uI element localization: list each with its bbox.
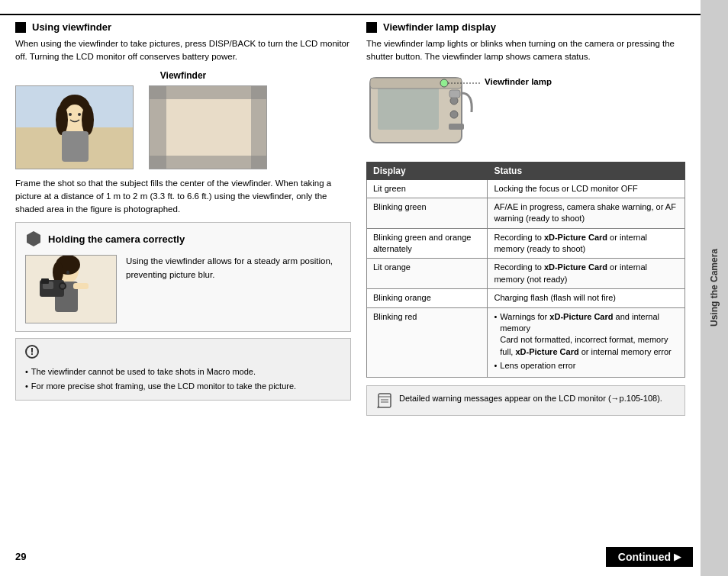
- continued-button: Continued ▶: [606, 547, 693, 567]
- hexagon-icon: [25, 230, 42, 247]
- note-bullet-2: • For more precise shot framing, use the…: [25, 380, 341, 393]
- holding-title: Holding the camera correctly: [48, 233, 185, 245]
- svg-rect-37: [449, 90, 460, 98]
- main-content: Using viewfinder When using the viewfind…: [0, 0, 701, 576]
- viewfinder-label: Viewfinder: [15, 70, 351, 81]
- section-marker-right: [366, 22, 377, 33]
- table-cell-display-3: Blinking green and orange alternately: [367, 228, 488, 259]
- svg-point-20: [53, 262, 63, 283]
- svg-rect-12: [150, 85, 266, 99]
- table-cell-display-1: Lit green: [367, 179, 488, 198]
- table-header-display: Display: [367, 162, 488, 179]
- table-cell-status-3: Recording to xD-Picture Card or internal…: [488, 228, 685, 259]
- svg-point-35: [450, 111, 458, 118]
- svg-point-33: [440, 79, 448, 87]
- lamp-label-container: Viewfinder lamp: [485, 70, 552, 87]
- status-table: Display Status Lit green Locking the foc…: [366, 162, 685, 378]
- holding-camera-box: Holding the camera correctly: [15, 222, 351, 332]
- holding-content: Using the viewfinder allows for a steady…: [25, 255, 341, 323]
- arrow-right-icon: ▶: [674, 552, 681, 562]
- camera-diagram: [366, 70, 481, 153]
- note-bullet-1-text: The viewfinder cannot be used to take sh…: [31, 365, 256, 378]
- camera-person-svg: [26, 256, 117, 323]
- continued-label: Continued: [618, 551, 671, 563]
- table-row: Lit green Locking the focus or LCD monit…: [367, 179, 685, 198]
- svg-rect-36: [449, 124, 464, 130]
- table-cell-display-2: Blinking green: [367, 198, 488, 228]
- side-tab: Using the Camera: [701, 0, 728, 576]
- viewfinder-portrait-image: [15, 85, 134, 169]
- lamp-display-header: Viewfinder lamp display: [366, 21, 685, 33]
- side-tab-label: Using the Camera: [709, 249, 720, 327]
- note-text-left: • The viewfinder cannot be used to take …: [25, 365, 341, 392]
- holding-camera-image: [25, 255, 117, 323]
- note-bullet-1: • The viewfinder cannot be used to take …: [25, 365, 341, 378]
- svg-rect-15: [251, 85, 266, 169]
- viewfinder-blank-image: [149, 85, 267, 169]
- note-bullet-2-text: For more precise shot framing, use the L…: [31, 380, 296, 393]
- viewfinder-images: [15, 85, 351, 169]
- table-cell-status-1: Locking the focus or LCD monitor OFF: [488, 179, 685, 198]
- table-cell-display-5: Blinking orange: [367, 289, 488, 307]
- table-cell-status-2: AF/AE in progress, camera shake warning,…: [488, 198, 685, 228]
- svg-rect-28: [41, 278, 49, 284]
- svg-point-6: [56, 105, 68, 135]
- table-cell-status-6: • Warnings for xD-Picture Card and inter…: [488, 307, 685, 377]
- svg-rect-31: [378, 84, 439, 130]
- note-icon-row: !: [25, 345, 341, 362]
- using-viewfinder-header: Using viewfinder: [15, 21, 351, 33]
- viewfinder-body: When using the viewfinder to take pictur…: [15, 37, 351, 64]
- note-icon-right-svg: [376, 392, 393, 409]
- page-number: 29: [15, 551, 26, 562]
- left-column: Using viewfinder When using the viewfind…: [15, 15, 351, 561]
- svg-marker-16: [27, 231, 40, 246]
- table-row: Blinking red • Warnings for xD-Picture C…: [367, 307, 685, 377]
- lamp-label-text: Viewfinder lamp: [485, 77, 552, 86]
- camera-diagram-area: Viewfinder lamp: [366, 70, 685, 153]
- right-column: Viewfinder lamp display The viewfinder l…: [366, 15, 685, 561]
- svg-point-5: [65, 105, 85, 127]
- table-header-status: Status: [488, 162, 685, 179]
- svg-point-27: [60, 284, 65, 288]
- svg-rect-14: [150, 85, 166, 169]
- note-icon: !: [25, 345, 39, 359]
- table-body: Lit green Locking the focus or LCD monit…: [367, 179, 685, 377]
- holding-header: Holding the camera correctly: [25, 230, 341, 247]
- table-cell-display-6: Blinking red: [367, 307, 488, 377]
- camera-back-svg: [366, 70, 481, 150]
- table-row: Blinking green and orange alternately Re…: [367, 228, 685, 259]
- svg-rect-23: [73, 283, 89, 289]
- table-row: Blinking green AF/AE in progress, camera…: [367, 198, 685, 228]
- table-row: Lit orange Recording to xD-Picture Card …: [367, 259, 685, 289]
- lamp-display-body: The viewfinder lamp lights or blinks whe…: [366, 37, 685, 64]
- svg-rect-13: [150, 156, 266, 169]
- svg-point-29: [66, 271, 69, 275]
- svg-point-7: [82, 105, 94, 135]
- portrait-svg: [16, 85, 133, 169]
- svg-point-10: [78, 113, 81, 116]
- holding-body: Using the viewfinder allows for a steady…: [126, 255, 341, 282]
- using-viewfinder-title: Using viewfinder: [32, 21, 111, 33]
- note-box-right: Detailed warning messages appear on the …: [366, 385, 685, 416]
- table-header-row: Display Status: [367, 162, 685, 179]
- svg-rect-8: [62, 131, 89, 162]
- svg-point-9: [69, 113, 72, 116]
- svg-rect-39: [378, 394, 391, 407]
- section-marker: [15, 22, 26, 33]
- table-cell-status-5: Charging flash (flash will not fire): [488, 289, 685, 307]
- table-cell-display-4: Lit orange: [367, 259, 488, 289]
- lamp-display-title: Viewfinder lamp display: [383, 21, 496, 33]
- table-cell-status-4: Recording to xD-Picture Card or internal…: [488, 259, 685, 289]
- note-box-left: ! • The viewfinder cannot be used to tak…: [15, 338, 351, 401]
- table-row: Blinking orange Charging flash (flash wi…: [367, 289, 685, 307]
- frame-text: Frame the shot so that the subject fills…: [15, 177, 351, 217]
- shaded-svg: [150, 85, 266, 169]
- page-container: Using the Camera Using viewfinder When u…: [0, 0, 728, 576]
- note-text-right: Detailed warning messages appear on the …: [399, 392, 662, 405]
